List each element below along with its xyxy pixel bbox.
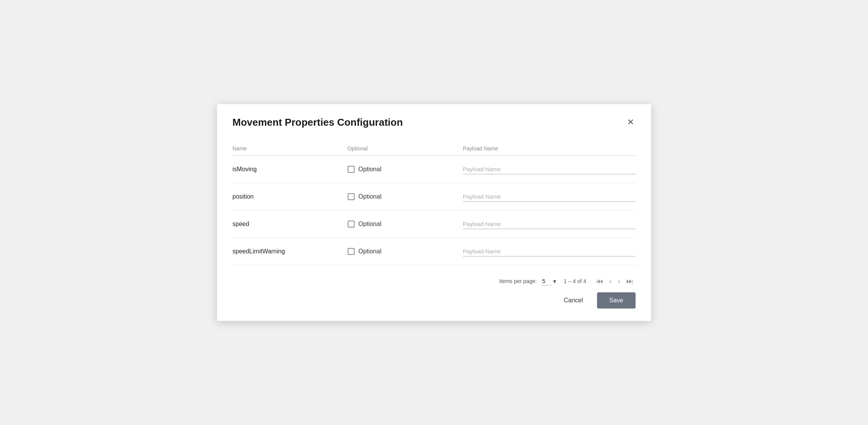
dialog-footer: Cancel Save (232, 292, 636, 309)
payload-cell-speedlimitwarning (463, 246, 636, 256)
row-name-speedlimitwarning: speedLimitWarning (232, 248, 348, 255)
optional-label-ismoving: Optional (358, 166, 382, 173)
optional-label-speed: Optional (358, 221, 382, 228)
payload-cell-ismoving (463, 164, 636, 174)
items-per-page-group: Items per page: 5 10 25 ▾ (499, 277, 556, 285)
items-per-page-select[interactable]: 5 10 25 (541, 277, 552, 285)
row-name-speed: speed (232, 221, 348, 228)
optional-checkbox-ismoving[interactable] (348, 166, 355, 173)
col-header-payload: Payload Name (463, 145, 636, 152)
payload-input-speedlimitwarning[interactable] (463, 246, 636, 256)
optional-cell-position: Optional (348, 193, 463, 200)
close-button[interactable]: ✕ (626, 116, 636, 128)
payload-cell-speed (463, 219, 636, 229)
optional-checkbox-position[interactable] (348, 193, 355, 200)
pagination-row: Items per page: 5 10 25 ▾ 1 – 4 of 4 ⏮ ‹… (232, 276, 636, 286)
chevron-down-icon: ▾ (553, 278, 556, 285)
payload-input-ismoving[interactable] (463, 164, 636, 174)
movement-properties-dialog: Movement Properties Configuration ✕ Name… (217, 104, 651, 321)
optional-label-position: Optional (358, 193, 382, 200)
cancel-button[interactable]: Cancel (556, 293, 591, 308)
nav-buttons: ⏮ ‹ › ⏭ (594, 276, 636, 286)
items-per-page-label: Items per page: (499, 278, 537, 284)
table-row: position Optional (232, 183, 636, 211)
optional-checkbox-speed[interactable] (348, 221, 355, 228)
payload-cell-position (463, 192, 636, 202)
dialog-header: Movement Properties Configuration ✕ (232, 116, 636, 128)
row-name-position: position (232, 193, 348, 200)
page-info: 1 – 4 of 4 (564, 278, 586, 284)
prev-page-button[interactable]: ‹ (607, 276, 614, 286)
payload-input-position[interactable] (463, 192, 636, 202)
next-page-button[interactable]: › (616, 276, 622, 286)
optional-checkbox-speedlimitwarning[interactable] (348, 248, 355, 255)
optional-cell-speedlimitwarning: Optional (348, 248, 463, 255)
row-name-ismoving: isMoving (232, 166, 348, 173)
table-row: isMoving Optional (232, 156, 636, 183)
table-header: Name Optional Payload Name (232, 142, 636, 156)
save-button[interactable]: Save (597, 292, 636, 309)
optional-cell-speed: Optional (348, 221, 463, 228)
col-header-optional: Optional (348, 145, 463, 152)
first-page-button[interactable]: ⏮ (594, 276, 606, 286)
optional-label-speedlimitwarning: Optional (358, 248, 382, 255)
last-page-button[interactable]: ⏭ (624, 276, 636, 286)
optional-cell-ismoving: Optional (348, 166, 463, 173)
col-header-name: Name (232, 145, 348, 152)
table-row: speed Optional (232, 211, 636, 238)
table-row: speedLimitWarning Optional (232, 238, 636, 265)
payload-input-speed[interactable] (463, 219, 636, 229)
properties-table: Name Optional Payload Name isMoving Opti… (232, 142, 636, 265)
select-wrapper: 5 10 25 ▾ (541, 277, 556, 285)
dialog-title: Movement Properties Configuration (232, 116, 403, 128)
